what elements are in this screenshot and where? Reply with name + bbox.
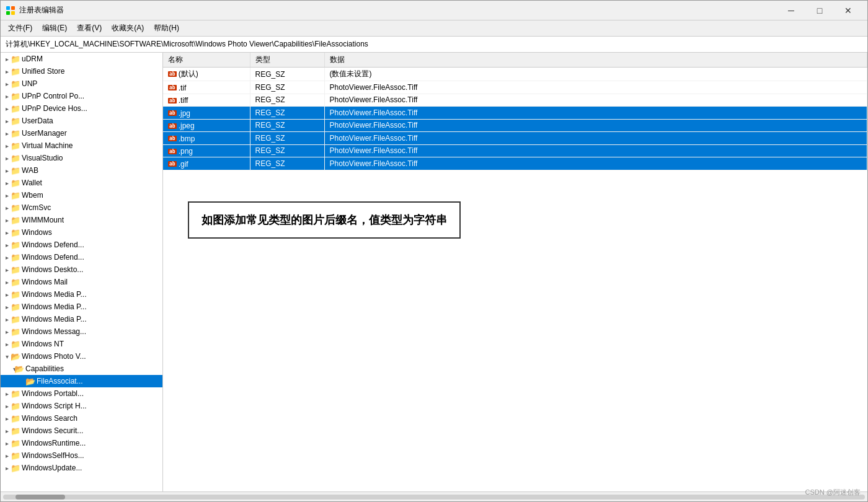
tree-item[interactable]: ▸📁Windows Securit...: [1, 425, 162, 437]
expand-icon[interactable]: ▸: [1, 403, 11, 410]
expand-icon[interactable]: ▸: [1, 118, 11, 125]
expand-icon[interactable]: ▸: [1, 316, 11, 323]
expand-icon[interactable]: ▸: [1, 205, 11, 211]
tree-item[interactable]: 📂FileAssociat...: [1, 375, 162, 387]
folder-icon: 📁: [11, 414, 20, 423]
tree-item-label: WindowsRuntime...: [22, 439, 86, 447]
expand-icon[interactable]: ▸: [1, 341, 11, 348]
svg-rect-0: [6, 6, 10, 10]
tree-item[interactable]: ▸📁Windows Deskto...: [1, 263, 162, 276]
maximize-button[interactable]: □: [805, 1, 834, 20]
table-row[interactable]: ab.tiffREG_SZPhotoViewer.FileAssoc.Tiff: [163, 94, 867, 107]
table-row[interactable]: ab.gifREG_SZPhotoViewer.FileAssoc.Tiff: [163, 157, 867, 170]
minimize-button[interactable]: ─: [777, 1, 805, 20]
expand-icon[interactable]: ▸: [1, 180, 11, 187]
expand-icon[interactable]: ▸: [1, 143, 11, 149]
expand-icon[interactable]: ▸: [1, 452, 11, 459]
expand-icon[interactable]: ▸: [1, 440, 11, 447]
table-row[interactable]: ab.pngREG_SZPhotoViewer.FileAssoc.Tiff: [163, 144, 867, 157]
folder-icon: 📁: [11, 265, 20, 275]
expand-icon[interactable]: ▸: [1, 93, 11, 100]
expand-icon[interactable]: ▸: [1, 81, 11, 87]
expand-icon[interactable]: ▸: [1, 254, 11, 261]
tree-item[interactable]: ▸📁VisualStudio: [1, 152, 162, 164]
expand-icon[interactable]: ▸: [1, 242, 11, 249]
tree-item[interactable]: ▸📁Windows Media P...: [1, 288, 162, 301]
table-row[interactable]: ab.tifREG_SZPhotoViewer.FileAssoc.Tiff: [163, 81, 867, 94]
expand-icon[interactable]: ▸: [1, 328, 11, 335]
tree-pane[interactable]: ▸📁uDRM▸📁Unified Store▸📁UNP▸📁UPnP Control…: [1, 53, 163, 491]
tree-item[interactable]: ▸📁Windows: [1, 226, 162, 239]
tree-item[interactable]: ▸📁WindowsSelfHos...: [1, 449, 162, 462]
expand-icon[interactable]: ▸: [1, 390, 11, 397]
cell-name: ab.tiff: [163, 94, 250, 107]
tree-item[interactable]: ▸📁WAB: [1, 164, 162, 177]
expand-icon[interactable]: ▸: [1, 130, 11, 137]
scrollbar-area[interactable]: [1, 491, 867, 501]
expand-icon[interactable]: ▸: [1, 192, 11, 199]
tree-item[interactable]: ▸📁UserData: [1, 115, 162, 127]
tree-item[interactable]: ▸📁Wbem: [1, 189, 162, 201]
tree-item[interactable]: ▸📁Windows Defend...: [1, 251, 162, 263]
expand-icon[interactable]: ▸: [1, 68, 11, 75]
expand-icon[interactable]: ▾: [1, 366, 14, 372]
table-row[interactable]: ab(默认)REG_SZ(数值未设置): [163, 68, 867, 81]
tree-item[interactable]: ▸📁Windows Media P...: [1, 301, 162, 313]
tree-item[interactable]: ▸📁Windows Search: [1, 412, 162, 425]
tree-item[interactable]: ▸📁Windows Script H...: [1, 400, 162, 412]
expand-icon[interactable]: ▸: [1, 291, 11, 298]
tree-item[interactable]: ▸📁Windows Messag...: [1, 325, 162, 338]
menu-item-e[interactable]: 编辑(E): [37, 22, 72, 35]
tree-item-label: Wallet: [22, 178, 42, 187]
tree-item[interactable]: ▸📁Windows Mail: [1, 276, 162, 288]
expand-icon[interactable]: ▾: [1, 353, 11, 360]
expand-icon[interactable]: ▸: [1, 304, 11, 310]
cell-name: ab.gif: [163, 157, 250, 170]
tree-item[interactable]: ▸📁Unified Store: [1, 65, 162, 77]
tree-item[interactable]: ▸📁WIMMMount: [1, 214, 162, 226]
menu-item-h[interactable]: 帮助(H): [149, 22, 184, 35]
tree-item[interactable]: ▸📁UPnP Control Po...: [1, 90, 162, 102]
tree-item[interactable]: ▸📁Windows Media P...: [1, 313, 162, 325]
tree-item[interactable]: ▸📁UserManager: [1, 127, 162, 139]
tree-item[interactable]: ▸📁Windows NT: [1, 338, 162, 350]
scrollbar-thumb[interactable]: [16, 495, 65, 500]
tree-item[interactable]: ▸📁Windows Portabl...: [1, 387, 162, 400]
expand-icon[interactable]: ▸: [1, 217, 11, 224]
table-row[interactable]: ab.bmpREG_SZPhotoViewer.FileAssoc.Tiff: [163, 132, 867, 145]
scrollbar-track[interactable]: [3, 495, 865, 500]
registry-table: 名称 类型 数据 ab(默认)REG_SZ(数值未设置)ab.tifREG_SZ…: [163, 53, 867, 170]
table-row[interactable]: ab.jpgREG_SZPhotoViewer.FileAssoc.Tiff: [163, 107, 867, 120]
expand-icon[interactable]: ▸: [1, 56, 11, 63]
close-button[interactable]: ✕: [834, 1, 862, 20]
tree-item[interactable]: ▸📁WcmSvc: [1, 201, 162, 214]
tree-item[interactable]: ▾📂Windows Photo V...: [1, 350, 162, 363]
tree-item[interactable]: ▸📁UPnP Device Hos...: [1, 102, 162, 115]
expand-icon[interactable]: ▸: [1, 167, 11, 174]
expand-icon[interactable]: ▸: [1, 105, 11, 112]
expand-icon[interactable]: ▸: [1, 428, 11, 434]
expand-icon[interactable]: ▸: [1, 155, 11, 162]
tree-item[interactable]: ▸📁WindowsRuntime...: [1, 437, 162, 449]
expand-icon[interactable]: ▸: [1, 415, 11, 422]
menu-item-a[interactable]: 收藏夹(A): [107, 22, 149, 35]
menu-item-v[interactable]: 查看(V): [72, 22, 107, 35]
main-area: ▸📁uDRM▸📁Unified Store▸📁UNP▸📁UPnP Control…: [1, 53, 867, 491]
tree-item-label: Windows Media P...: [22, 315, 87, 324]
menu-item-f[interactable]: 文件(F): [3, 22, 37, 35]
tree-item[interactable]: ▸📁uDRM: [1, 53, 162, 65]
tree-item[interactable]: ▸📁UNP: [1, 77, 162, 90]
tree-item[interactable]: ▸📁WindowsUpdate...: [1, 462, 162, 474]
folder-icon: 📁: [11, 79, 20, 89]
expand-icon[interactable]: ▸: [1, 266, 11, 273]
expand-icon[interactable]: ▸: [1, 465, 11, 472]
tree-item[interactable]: ▸📁Windows Defend...: [1, 239, 162, 251]
tree-item[interactable]: ▸📁Virtual Machine: [1, 139, 162, 152]
table-row[interactable]: ab.jpegREG_SZPhotoViewer.FileAssoc.Tiff: [163, 119, 867, 132]
content-pane[interactable]: 名称 类型 数据 ab(默认)REG_SZ(数值未设置)ab.tifREG_SZ…: [163, 53, 867, 491]
tree-item[interactable]: ▸📁Wallet: [1, 177, 162, 189]
tree-item[interactable]: ▾📂Capabilities: [1, 363, 162, 375]
folder-icon: 📁: [11, 240, 20, 250]
expand-icon[interactable]: ▸: [1, 229, 11, 236]
expand-icon[interactable]: ▸: [1, 279, 11, 286]
